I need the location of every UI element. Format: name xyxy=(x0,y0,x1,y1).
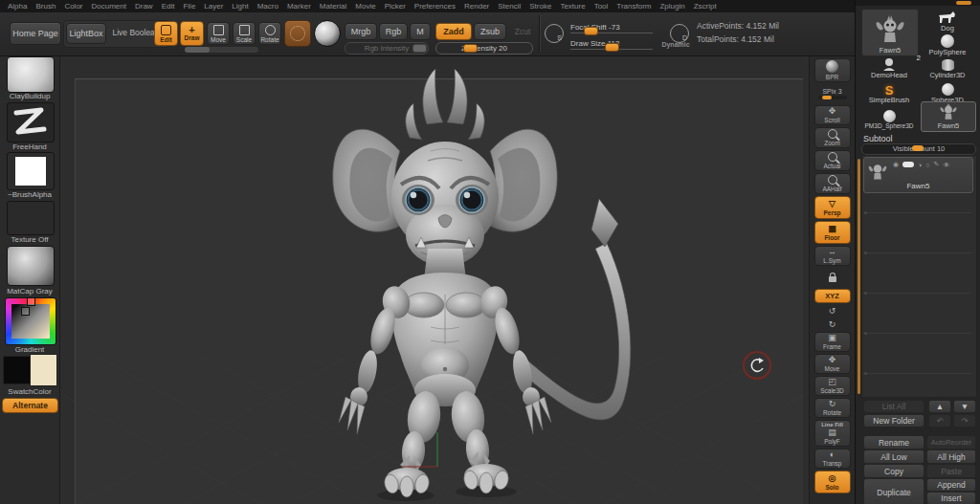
frame-button[interactable]: ▣Frame xyxy=(814,332,851,352)
scroll-button[interactable]: ✥Scroll xyxy=(814,105,851,125)
zadd-button[interactable]: Zadd xyxy=(435,23,472,40)
visible-count-slider[interactable]: Visible Count 10 xyxy=(861,143,976,155)
polyframe-button[interactable]: Line Fill▤PolyF xyxy=(814,420,851,447)
color-picker-inner[interactable] xyxy=(11,304,50,339)
menu-item-preferences[interactable]: Preferences xyxy=(414,2,456,11)
tray-divider-handle[interactable] xyxy=(956,1,971,5)
folder-undo-button[interactable]: ↶ xyxy=(928,414,951,427)
z-intensity-handle[interactable] xyxy=(463,44,478,53)
z-rotation-button[interactable]: ↻ xyxy=(814,318,851,330)
all-high-button[interactable]: All High xyxy=(926,449,976,464)
list-all-button[interactable]: List All xyxy=(863,400,924,413)
zoom-button[interactable]: Zoom xyxy=(814,127,851,148)
menu-item-light[interactable]: Light xyxy=(232,2,248,11)
duplicate-button[interactable]: Duplicate xyxy=(863,478,924,504)
tool-simplebrush[interactable]: S SimpleBrush xyxy=(861,82,917,105)
rotate-button[interactable]: Rotate xyxy=(258,22,281,45)
menu-item-render[interactable]: Render xyxy=(464,2,489,11)
mrgb-button[interactable]: Mrgb xyxy=(345,23,377,40)
material-thumbnail[interactable] xyxy=(7,246,55,286)
menu-item-color[interactable]: Color xyxy=(64,2,82,11)
paste-button[interactable]: Paste xyxy=(926,464,976,478)
menu-item-transform[interactable]: Transform xyxy=(616,2,651,11)
draw-button[interactable]: + Draw xyxy=(180,21,204,46)
menu-item-file[interactable]: File xyxy=(183,2,195,11)
menu-item-macro[interactable]: Macro xyxy=(257,2,278,11)
menu-item-stroke[interactable]: Stroke xyxy=(529,2,551,11)
eye2-icon[interactable]: 👁 xyxy=(943,162,949,168)
zsub-button[interactable]: Zsub xyxy=(474,23,506,40)
menu-item-marker[interactable]: Marker xyxy=(287,2,311,11)
main-color-swatch[interactable] xyxy=(3,356,32,384)
subtool-header[interactable]: Subtool xyxy=(863,134,893,143)
solo-button[interactable]: ◎Solo xyxy=(814,471,851,493)
lightbox-button[interactable]: LightBox xyxy=(66,23,106,44)
menu-item-movie[interactable]: Movie xyxy=(355,2,375,11)
spix-handle[interactable] xyxy=(822,96,832,99)
current-brush-button[interactable] xyxy=(284,20,311,47)
eye-icon[interactable]: ◉ xyxy=(893,161,899,168)
menu-item-layer[interactable]: Layer xyxy=(204,2,223,11)
menu-item-brush[interactable]: Brush xyxy=(35,2,56,11)
all-low-button[interactable]: All Low xyxy=(863,449,924,464)
tool-fawn5-large[interactable]: Fawn5 xyxy=(861,9,919,56)
append-button[interactable]: Append xyxy=(926,478,976,492)
pen-icon[interactable]: ✎ xyxy=(934,161,940,168)
menu-item-material[interactable]: Material xyxy=(320,2,346,11)
move3d-button[interactable]: ✥Move xyxy=(814,354,851,374)
tool-demohead[interactable]: 2 DemoHead xyxy=(861,57,917,80)
color-picker[interactable] xyxy=(5,297,56,345)
alpha-thumbnail[interactable] xyxy=(7,152,55,190)
stroke-thumbnail[interactable] xyxy=(7,102,55,142)
current-material-icon[interactable] xyxy=(314,20,341,47)
dynamic-draw-icon[interactable]: D xyxy=(670,24,689,43)
subtool-scrollbar[interactable] xyxy=(858,159,860,394)
circle-icon[interactable]: ○ xyxy=(925,162,929,168)
menu-item-tool[interactable]: Tool xyxy=(594,2,609,11)
menu-item-zscript[interactable]: Zscript xyxy=(694,2,717,11)
persp-button[interactable]: ▽Persp xyxy=(814,196,851,219)
bpr-button[interactable]: BPR xyxy=(814,58,851,82)
zcut-button[interactable]: Zcut xyxy=(509,27,536,36)
local-symmetry-button[interactable]: ↔L.Sym xyxy=(814,246,851,266)
insert-button[interactable]: Insert xyxy=(926,492,976,504)
home-page-button[interactable]: Home Page xyxy=(10,22,61,45)
menu-item-document[interactable]: Document xyxy=(92,2,126,11)
new-folder-button[interactable]: New Folder xyxy=(863,414,924,427)
menu-item-draw[interactable]: Draw xyxy=(135,2,153,11)
aahalf-button[interactable]: AAHalf xyxy=(814,173,851,194)
rgb-intensity-handle[interactable] xyxy=(412,44,427,53)
tool-polysphere[interactable]: PolySphere xyxy=(921,34,974,57)
viewport[interactable] xyxy=(59,55,809,504)
visible-count-handle[interactable] xyxy=(912,145,924,151)
sculpt-model[interactable] xyxy=(59,55,809,504)
focal-shift-handle[interactable] xyxy=(584,27,598,35)
folder-redo-button[interactable]: ↷ xyxy=(953,414,976,427)
move-down-button[interactable]: ▼ xyxy=(953,400,976,413)
tray-divider[interactable] xyxy=(856,0,980,6)
half-circle-icon[interactable]: ◑ xyxy=(918,162,922,168)
see-through-button[interactable] xyxy=(814,268,851,287)
tool-pm3d-sphere3d[interactable]: PM3D_Sphere3D xyxy=(861,107,917,130)
z-intensity-slider[interactable]: Z Intensity 20 xyxy=(435,42,533,55)
menu-item-stencil[interactable]: Stencil xyxy=(498,2,521,11)
subtool-item-fawn5[interactable]: ◉ ◑ ○ ✎ 👁 Fawn5 xyxy=(863,157,973,193)
menu-item-edit[interactable]: Edit xyxy=(162,2,175,11)
xyz-constraint-button[interactable]: XYZ xyxy=(814,289,851,303)
alternate-button[interactable]: Alternate xyxy=(2,398,58,413)
brush-thumbnail[interactable] xyxy=(7,56,55,93)
draw-size-handle[interactable] xyxy=(605,43,619,52)
m-button[interactable]: M xyxy=(410,23,431,40)
edit-button[interactable]: Edit xyxy=(154,21,178,46)
rgb-button[interactable]: Rgb xyxy=(379,23,408,40)
menu-item-texture[interactable]: Texture xyxy=(560,2,585,11)
actual-button[interactable]: Actual xyxy=(814,150,851,171)
tool-dog[interactable]: Dog xyxy=(921,9,974,33)
copy-button[interactable]: Copy xyxy=(863,464,924,478)
move-button[interactable]: Move xyxy=(207,22,230,45)
scale-button[interactable]: Scale xyxy=(233,22,256,45)
menu-item-alpha[interactable]: Alpha xyxy=(8,2,27,11)
move-up-button[interactable]: ▲ xyxy=(928,400,951,413)
rgb-intensity-slider[interactable]: Rgb Intensity xyxy=(345,42,429,55)
transp-button[interactable]: ◐Transp xyxy=(814,449,851,469)
